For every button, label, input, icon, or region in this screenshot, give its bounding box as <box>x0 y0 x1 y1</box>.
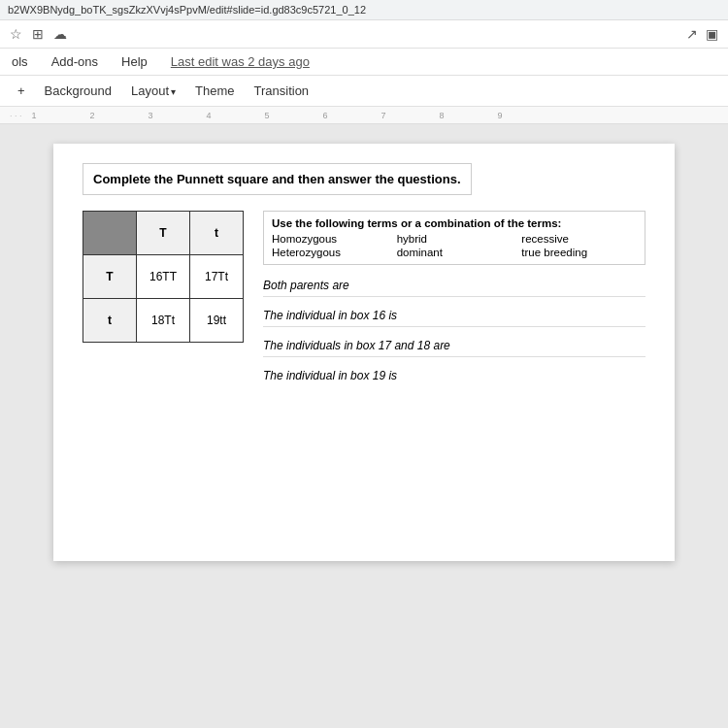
theme-button[interactable]: Theme <box>187 81 242 101</box>
punnett-label-T: T <box>83 255 137 299</box>
curve-icon[interactable]: ↗ <box>686 26 698 42</box>
question-3-label: The individuals in box 17 and 18 are <box>263 339 450 352</box>
icon-bar: ☆ ⊞ ☁ ↗ ▣ <box>0 20 728 49</box>
question-1-label: Both parents are <box>263 279 349 292</box>
punnett-cell-17[interactable]: 17Tt <box>190 255 244 299</box>
questions-section: Use the following terms or a combination… <box>263 211 645 394</box>
punnett-cell-16[interactable]: 16TT <box>137 255 190 299</box>
menu-ols[interactable]: ols <box>8 52 32 71</box>
cloud-icon[interactable]: ☁ <box>53 26 67 42</box>
punnett-label-t: t <box>83 299 137 343</box>
terms-intro: Use the following terms or a combination… <box>272 217 637 229</box>
term-heterozygous: Heterozygous <box>272 247 387 258</box>
add-slide-button[interactable]: + <box>10 81 33 101</box>
layout-chevron-icon: ▾ <box>171 86 176 97</box>
ruler-marks: 1 2 3 4 5 6 7 8 9 <box>32 111 556 120</box>
url-text: b2WX9BNydg_boTK_sgsZkzXVvj4sPpvM/edit#sl… <box>8 4 366 16</box>
punnett-corner-cell <box>83 212 137 255</box>
punnett-table: T t T 16TT 17Tt t 18Tt 19tt <box>83 211 244 343</box>
table-icon[interactable]: ▣ <box>706 26 718 42</box>
punnett-header-T: T <box>137 212 190 255</box>
slide[interactable]: Complete the Punnett square and then ans… <box>53 144 675 561</box>
punnett-row-t: t 18Tt 19tt <box>83 299 244 343</box>
punnett-header-row: T t <box>83 212 244 255</box>
menu-help[interactable]: Help <box>117 52 151 71</box>
menu-addons[interactable]: Add-ons <box>48 52 102 71</box>
star-icon[interactable]: ☆ <box>10 26 22 42</box>
punnett-header-t: t <box>190 212 244 255</box>
folder-icon[interactable]: ⊞ <box>32 26 44 42</box>
terms-box: Use the following terms or a combination… <box>263 211 645 265</box>
term-true-breeding: true breeding <box>521 247 637 258</box>
punnett-square-container: T t T 16TT 17Tt t 18Tt 19tt <box>83 211 244 394</box>
term-recessive: recessive <box>521 233 637 245</box>
layout-button[interactable]: Layout▾ <box>123 81 183 101</box>
question-1: Both parents are <box>263 275 645 297</box>
punnett-row-T: T 16TT 17Tt <box>83 255 244 299</box>
slide-content: T t T 16TT 17Tt t 18Tt 19tt <box>83 211 645 394</box>
toolbar: + Background Layout▾ Theme Transition <box>0 76 728 107</box>
punnett-cell-19[interactable]: 19tt <box>190 299 244 343</box>
question-3: The individuals in box 17 and 18 are <box>263 335 645 357</box>
question-2: The individual in box 16 is <box>263 305 645 327</box>
question-4-label: The individual in box 19 is <box>263 369 397 382</box>
menu-last-edit: Last edit was 2 days ago <box>167 52 314 71</box>
term-homozygous: Homozygous <box>272 233 387 245</box>
punnett-cell-18[interactable]: 18Tt <box>137 299 190 343</box>
question-4: The individual in box 19 is <box>263 365 645 386</box>
slide-area: Complete the Punnett square and then ans… <box>0 124 728 728</box>
term-dominant: dominant <box>397 247 513 258</box>
terms-grid: Homozygous hybrid recessive Heterozygous… <box>272 233 637 258</box>
term-hybrid: hybrid <box>397 233 513 245</box>
background-button[interactable]: Background <box>37 81 119 101</box>
slide-title: Complete the Punnett square and then ans… <box>83 163 472 195</box>
url-bar: b2WX9BNydg_boTK_sgsZkzXVvj4sPpvM/edit#sl… <box>0 0 728 20</box>
transition-button[interactable]: Transition <box>247 81 317 101</box>
ruler: · · · 1 2 3 4 5 6 7 8 9 <box>0 107 728 124</box>
menu-bar: ols Add-ons Help Last edit was 2 days ag… <box>0 49 728 76</box>
question-2-label: The individual in box 16 is <box>263 309 397 322</box>
